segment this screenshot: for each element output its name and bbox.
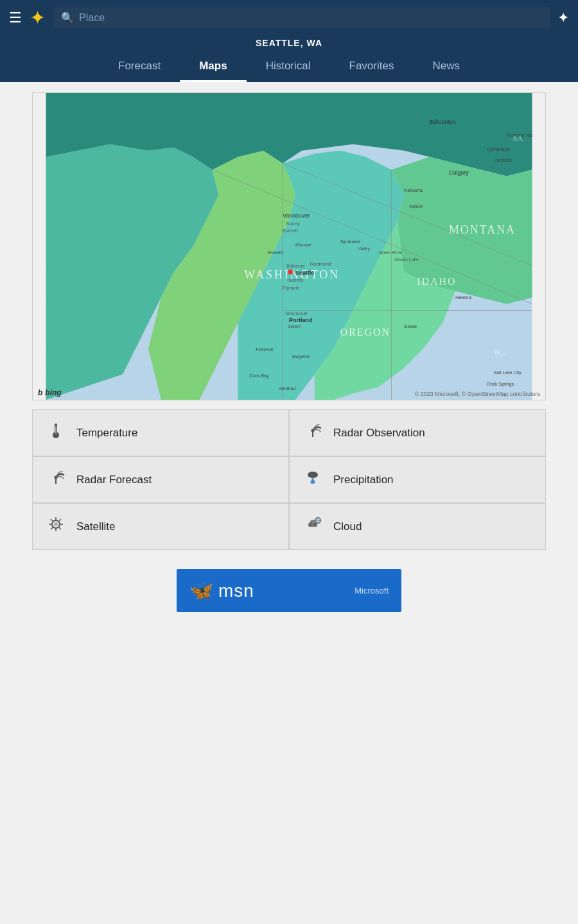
tab-maps[interactable]: Maps — [180, 53, 246, 82]
svg-text:Seattle: Seattle — [295, 270, 314, 276]
svg-text:Lethbridge: Lethbridge — [487, 146, 510, 152]
msn-banner[interactable]: 🦋 msn Microsoft — [177, 569, 401, 612]
svg-line-68 — [59, 519, 61, 521]
msn-logo: 🦋 msn — [189, 579, 254, 602]
svg-text:Everett: Everett — [283, 228, 299, 234]
svg-text:Monroe: Monroe — [295, 242, 311, 248]
svg-text:Surrey: Surrey — [286, 221, 300, 227]
svg-text:Everett: Everett — [268, 250, 284, 255]
svg-text:OREGON: OREGON — [340, 327, 390, 338]
svg-line-66 — [51, 519, 53, 521]
cloud-label: Cloud — [333, 520, 362, 533]
svg-text:Medford: Medford — [279, 386, 296, 391]
svg-text:MONTANA: MONTANA — [449, 223, 516, 236]
svg-text:Rock Springs: Rock Springs — [487, 382, 514, 387]
svg-text:Florence: Florence — [256, 347, 273, 352]
header: ☰ ✦ 🔍 ✦ SEATTLE, WA Forecast Maps Histor… — [0, 0, 578, 82]
tab-news[interactable]: News — [413, 53, 479, 82]
svg-line-69 — [51, 527, 53, 529]
svg-text:Valley: Valley — [358, 246, 371, 252]
search-input[interactable] — [79, 12, 542, 24]
tab-historical[interactable]: Historical — [247, 53, 330, 82]
favorite-star-icon[interactable]: ✦ — [557, 10, 569, 26]
svg-text:Bellevue: Bellevue — [286, 263, 305, 269]
cloud-icon — [302, 515, 323, 538]
svg-text:Green River: Green River — [378, 250, 403, 255]
msn-text: msn — [218, 581, 254, 601]
svg-text:SA: SA — [513, 134, 523, 143]
svg-text:Vancouver: Vancouver — [285, 311, 308, 316]
svg-text:IDAHO: IDAHO — [417, 276, 456, 287]
svg-text:Helena: Helena — [455, 295, 472, 300]
svg-text:Boise: Boise — [404, 323, 417, 329]
satellite-icon — [46, 515, 66, 538]
svg-text:Eugene: Eugene — [292, 354, 310, 359]
svg-text:Redmond: Redmond — [310, 261, 331, 267]
svg-text:Nelson: Nelson — [409, 204, 423, 209]
svg-text:Edmonton: Edmonton — [430, 119, 456, 125]
svg-text:Olympia: Olympia — [282, 285, 300, 291]
city-label: SEATTLE, WA — [0, 35, 578, 53]
map-option-radar-observation[interactable]: Radar Observation — [290, 410, 545, 456]
svg-text:Spokane: Spokane — [340, 239, 361, 244]
nav-tabs: Forecast Maps Historical Favorites News — [0, 53, 578, 82]
svg-point-18 — [288, 270, 293, 275]
thermometer-icon — [46, 422, 66, 444]
radar-forecast-icon — [46, 468, 66, 491]
tab-forecast[interactable]: Forecast — [99, 53, 180, 82]
temperature-label: Temperature — [76, 427, 137, 440]
map-options-grid: Temperature Radar Observation Rada — [32, 409, 546, 550]
precipitation-icon — [302, 468, 323, 491]
map-copyright: © 2023 Microsoft, © OpenStreetMap contri… — [415, 391, 540, 397]
svg-text:Salt Lake City: Salt Lake City — [494, 370, 522, 375]
msn-bird-icon: 🦋 — [189, 579, 213, 602]
svg-text:Calgary: Calgary — [449, 169, 469, 176]
map-container[interactable]: WASHINGTON OREGON IDAHO MONTANA W... Sea… — [32, 92, 546, 400]
microsoft-label: Microsoft — [355, 586, 389, 595]
radar-observation-label: Radar Observation — [333, 427, 425, 440]
bing-label: bing — [45, 388, 61, 397]
svg-text:Vancouver: Vancouver — [283, 212, 310, 219]
weather-map: WASHINGTON OREGON IDAHO MONTANA W... Sea… — [33, 93, 545, 400]
radar-forecast-label: Radar Forecast — [76, 474, 152, 486]
svg-text:W...: W... — [494, 348, 506, 357]
tab-favorites[interactable]: Favorites — [330, 53, 414, 82]
svg-text:Cardston: Cardston — [494, 158, 512, 162]
sun-icon: ✦ — [30, 6, 46, 29]
search-icon: 🔍 — [61, 12, 74, 24]
bing-text: b — [38, 388, 42, 397]
svg-line-67 — [59, 527, 61, 529]
svg-point-61 — [54, 522, 58, 526]
header-top: ☰ ✦ 🔍 ✦ — [0, 0, 578, 35]
svg-text:Moses Lake: Moses Lake — [394, 257, 419, 262]
precipitation-label: Precipitation — [333, 474, 394, 486]
map-option-radar-forecast[interactable]: Radar Forecast — [33, 457, 288, 502]
map-option-satellite[interactable]: Satellite — [33, 504, 288, 549]
map-option-cloud[interactable]: Cloud — [290, 504, 545, 549]
satellite-label: Satellite — [76, 520, 115, 533]
radar-observation-icon — [302, 422, 323, 444]
bing-logo: b bing — [38, 388, 62, 397]
search-bar: 🔍 — [53, 7, 550, 28]
hamburger-icon[interactable]: ☰ — [9, 10, 22, 26]
svg-point-59 — [308, 472, 318, 478]
svg-text:Tacoma: Tacoma — [286, 277, 304, 283]
svg-text:Kelowna: Kelowna — [404, 187, 423, 193]
map-option-temperature[interactable]: Temperature — [33, 410, 288, 456]
svg-text:Coos Bay: Coos Bay — [249, 373, 269, 379]
svg-text:Salem: Salem — [288, 323, 301, 329]
svg-text:Portland: Portland — [289, 317, 312, 323]
svg-rect-54 — [55, 426, 57, 434]
svg-rect-73 — [308, 524, 317, 527]
map-option-precipitation[interactable]: Precipitation — [290, 457, 545, 502]
